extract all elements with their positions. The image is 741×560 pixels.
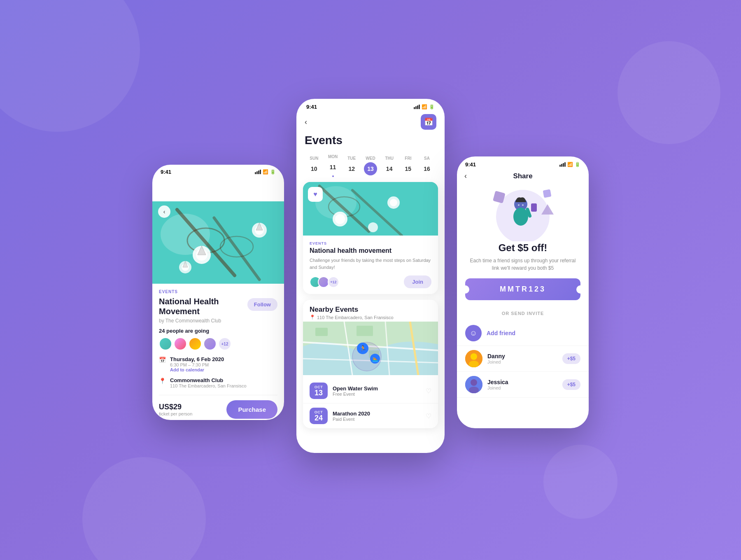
card-title: National health movement — [310, 247, 431, 254]
nearby-event-sub-1: Free Event — [333, 392, 421, 397]
day-col-mon[interactable]: MON 11 — [326, 154, 340, 177]
card-category: EVENTS — [310, 241, 431, 245]
svg-point-20 — [390, 199, 397, 206]
signal-bar — [417, 105, 418, 109]
svg-point-44 — [518, 204, 520, 206]
location-icon: 📍 — [159, 378, 166, 384]
nearby-events-list: OCT 13 Open Water Swim Free Event ♡ OCT … — [303, 375, 438, 428]
promo-code-box[interactable]: MMTR123 — [465, 278, 580, 300]
day-num-sun[interactable]: 10 — [308, 162, 321, 175]
day-num-wed[interactable]: 13 — [364, 162, 377, 175]
svg-point-45 — [522, 204, 524, 206]
share-illustration — [457, 184, 589, 242]
price-label: US$29 — [159, 403, 192, 411]
heart-icon-1[interactable]: ♡ — [426, 387, 431, 395]
day-col-sa[interactable]: SA 16 — [420, 156, 433, 175]
event-title-1: National Health Movement — [159, 296, 233, 316]
back-button-1[interactable]: ‹ — [158, 205, 170, 218]
day-col-fri[interactable]: FRI 15 — [401, 156, 415, 175]
date-main: Thursday, 6 Feb 2020 — [170, 356, 277, 362]
get-off-description: Each time a friend signs up through your… — [469, 257, 576, 272]
share-title: Share — [513, 172, 532, 180]
calendar-toggle-button[interactable]: 📅 — [421, 114, 436, 130]
hero-image-1: ‹ — [152, 201, 284, 284]
nearby-event-info-2: Marathon 2020 Paid Event — [333, 411, 421, 422]
signal-bar — [559, 165, 561, 167]
day-col-thu[interactable]: THU 14 — [383, 156, 396, 175]
back-button-3[interactable]: ‹ — [464, 172, 467, 180]
svg-point-48 — [469, 361, 479, 367]
nearby-event-title-2: Marathon 2020 — [333, 411, 421, 417]
add-friend-icon: ☺ — [465, 325, 482, 341]
card-heart-icon[interactable]: ♥ — [308, 187, 323, 202]
signal-bar — [256, 171, 258, 174]
status-bar-3: 9:41 📶 🔋 — [457, 156, 589, 169]
status-icons-2: 📶 🔋 — [414, 104, 435, 110]
day-label-fri: FRI — [405, 156, 411, 161]
friend-avatar-danny — [465, 350, 482, 367]
battery-icon-1: 🔋 — [270, 169, 276, 175]
card-hero-image: ♥ — [303, 182, 438, 236]
day-num-mon[interactable]: 11 — [326, 161, 340, 174]
day-col-sun[interactable]: SUN 10 — [308, 156, 321, 175]
phones-container: 9:41 📶 🔋 — [152, 107, 589, 453]
join-button[interactable]: Join — [404, 275, 431, 288]
week-navigation[interactable]: SUN 10 MON 11 TUE 12 WED 13 THU 14 FRI — [296, 152, 445, 182]
friend-avatar-jessica — [465, 376, 482, 393]
nearby-address: 110 The Embarcadero, San Fransisco — [317, 315, 394, 320]
nearby-events-section: Nearby Events 📍 110 The Embarcadero, San… — [303, 300, 438, 428]
day-num-tue[interactable]: 12 — [345, 162, 358, 175]
back-button-2[interactable]: ‹ — [305, 118, 307, 126]
card-avatars: +12 — [310, 276, 339, 288]
get-off-title: Get $5 off! — [457, 242, 589, 254]
purchase-button[interactable]: Purchase — [226, 400, 277, 419]
day-col-wed[interactable]: WED 13 — [364, 156, 377, 175]
or-send-invite-text: OR SEND INVITE — [457, 311, 589, 316]
add-to-calendar-link[interactable]: Add to calendar — [170, 367, 277, 372]
people-going: 24 people are going — [159, 328, 277, 334]
day-num-thu[interactable]: 14 — [383, 162, 396, 175]
date-badge-month-2: OCT — [311, 410, 326, 414]
day-label-tue: TUE — [347, 156, 356, 161]
follow-button[interactable]: Follow — [247, 298, 277, 311]
svg-point-47 — [471, 353, 477, 360]
phone-share: 9:41 📶 🔋 ‹ Share — [457, 156, 589, 428]
nearby-event-item-2[interactable]: OCT 24 Marathon 2020 Paid Event ♡ — [303, 404, 438, 428]
svg-text:🏊: 🏊 — [372, 356, 378, 362]
svg-text:🏃: 🏃 — [359, 345, 367, 352]
status-time-2: 9:41 — [306, 104, 317, 110]
date-badge-day-1: 13 — [311, 389, 326, 397]
heart-icon-2[interactable]: ♡ — [426, 412, 431, 420]
page-title-events: Events — [305, 134, 436, 147]
signal-bar — [415, 106, 417, 109]
svg-point-41 — [513, 208, 528, 226]
add-friend-row[interactable]: ☺ Add friend — [457, 321, 589, 346]
day-num-sa[interactable]: 16 — [420, 162, 433, 175]
day-label-mon: MON — [328, 154, 338, 159]
price-info: US$29 ticket per person — [159, 403, 192, 416]
day-col-tue[interactable]: TUE 12 — [345, 156, 358, 175]
status-icons-1: 📶 🔋 — [255, 169, 276, 175]
card-footer: +12 Join — [310, 275, 431, 288]
venue-name: Commonwealth Club — [170, 377, 277, 383]
svg-point-51 — [469, 387, 479, 393]
status-icons-3: 📶 🔋 — [559, 162, 580, 167]
nearby-header: Nearby Events 📍 110 The Embarcadero, San… — [303, 300, 438, 322]
card-avatars-more: +12 — [328, 276, 339, 288]
featured-event-card: ♥ EVENTS National health movement Challe… — [303, 182, 438, 294]
price-sub: ticket per person — [159, 411, 192, 416]
wifi-icon-1: 📶 — [263, 169, 268, 175]
avatar-2 — [174, 337, 187, 350]
signal-bar — [414, 107, 415, 109]
status-bar-1: 9:41 📶 🔋 — [152, 165, 284, 177]
battery-icon-3: 🔋 — [575, 162, 580, 167]
svg-rect-43 — [531, 203, 537, 212]
nearby-event-item-1[interactable]: OCT 13 Open Water Swim Free Event ♡ — [303, 378, 438, 404]
wifi-icon-2: 📶 — [422, 104, 427, 110]
avatar-3 — [189, 337, 202, 350]
signal-bars-3 — [559, 162, 566, 167]
day-num-fri[interactable]: 15 — [401, 162, 415, 175]
nearby-location: 📍 110 The Embarcadero, San Fransisco — [310, 315, 431, 320]
date-time: 6:30 PM – 7:30 PM — [170, 362, 277, 367]
map-area[interactable]: 🏃 🏊 — [303, 322, 438, 375]
